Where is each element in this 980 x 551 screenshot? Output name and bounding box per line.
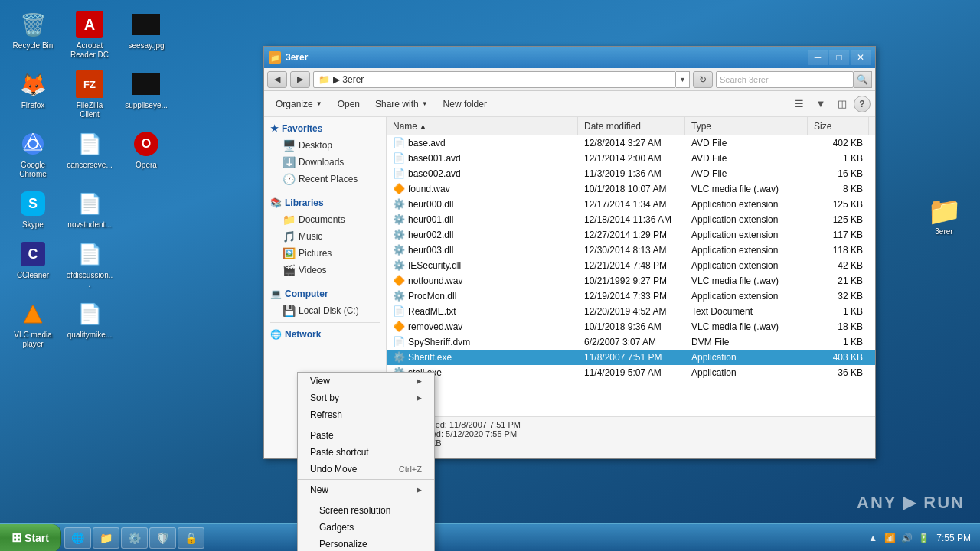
file-name: heur000.dll [408,199,453,210]
desktop-icon-opera[interactable]: O Opera [119,126,173,182]
file-date: 11/3/2019 1:36 AM [578,166,685,181]
context-menu: View▶Sort by▶RefreshPastePaste shortcutU… [297,372,435,551]
table-row[interactable]: 🔶 found.wav 10/1/2018 10:07 AM VLC media… [387,181,875,197]
table-row[interactable]: ⚙️ stall.exe 11/4/2019 5:07 AM Applicati… [387,365,875,380]
context-menu-item[interactable]: Paste shortcut [298,444,434,461]
context-menu-item[interactable]: New▶ [298,481,434,498]
desktop-icon-skype[interactable]: S Skype [6,185,60,233]
close-button[interactable]: ✕ [851,50,871,65]
file-type: AVD File [685,166,808,181]
search-box[interactable]: Search 3erer [716,71,854,88]
context-menu-item[interactable]: Screen resolution [298,502,434,519]
network-header[interactable]: 🌐 Network [264,326,386,343]
preview-pane-button[interactable]: ◫ [832,96,852,112]
table-row[interactable]: 📄 ReadME.txt 12/20/2019 4:52 AM Text Doc… [387,304,875,319]
desktop-icon-chrome[interactable]: Google Chrome [6,126,60,182]
organize-button[interactable]: Organize ▼ [269,94,329,114]
view-dropdown-button[interactable]: ▼ [811,96,831,112]
view-list-button[interactable]: ☰ [789,96,809,112]
nav-item-music[interactable]: 🎵 Music [264,228,386,245]
col-header-type[interactable]: Type [685,117,808,135]
context-menu-item[interactable]: View▶ [298,373,434,390]
context-menu-item[interactable]: Paste [298,427,434,444]
table-row[interactable]: 🔶 notfound.wav 10/21/1992 9:27 PM VLC me… [387,273,875,289]
favorites-header[interactable]: ★ Favorites [264,120,386,137]
computer-header[interactable]: 💻 Computer [264,285,386,302]
desktop-icon-cancerseve[interactable]: 📄 cancerseve... [63,126,116,182]
table-row[interactable]: 📄 base001.avd 12/1/2014 2:00 AM AVD File… [387,151,875,166]
desktop-icon-novstudent[interactable]: 📄 novstudent... [63,185,116,233]
table-row[interactable]: 🔶 removed.wav 10/1/2018 9:36 AM VLC medi… [387,319,875,334]
table-row[interactable]: ⚙️ heur000.dll 12/17/2014 1:34 AM Applic… [387,197,875,212]
desktop-icon-ccleaner[interactable]: C CCleaner [6,236,60,292]
ctx-submenu-arrow: ▶ [416,394,422,402]
nav-item-desktop[interactable]: 🖥️ Desktop [264,137,386,154]
open-button[interactable]: Open [331,94,367,114]
file-size: 8 KB [808,181,869,196]
col-header-size[interactable]: Size [808,117,869,135]
taskbar-btn-ie[interactable]: 🌐 [64,527,91,549]
suppliese-thumb [132,73,160,95]
libraries-header[interactable]: 📚 Libraries [264,194,386,211]
new-folder-button[interactable]: New folder [436,94,494,114]
nav-item-videos[interactable]: 🎬 Videos [264,262,386,279]
desktop-icon-firefox[interactable]: 🦊 Firefox [6,66,60,122]
desktop-icon-qualitymike[interactable]: 📄 qualitymike... [63,295,116,352]
share-with-button[interactable]: Share with ▼ [368,94,435,114]
desktop-icon-seesay[interactable]: seesay.jpg [119,6,173,63]
forward-button[interactable]: ▶ [290,71,310,88]
table-row[interactable]: ⚙️ ProcMon.dll 12/19/2014 7:33 PM Applic… [387,289,875,304]
nav-item-documents[interactable]: 📁 Documents [264,211,386,228]
context-menu-item[interactable]: Refresh [298,406,434,423]
table-row[interactable]: ⚙️ heur003.dll 12/30/2014 8:13 AM Applic… [387,243,875,258]
ctx-item-label: View [310,376,330,386]
refresh-button[interactable]: ↻ [693,71,713,88]
desktop-icon-acrobat[interactable]: A Acrobat Reader DC [63,6,116,63]
desktop-icon-recycle-bin[interactable]: 🗑️ Recycle Bin [6,6,60,63]
taskbar-btn-chrome-tb[interactable]: ⚙️ [121,527,148,549]
file-list-area: Name ▲ Date modified Type Size 📄 base. [387,117,875,458]
desktop-icon-suppliese[interactable]: suppliseye... [119,66,173,122]
table-row[interactable]: ⚙️ IESecurity.dll 12/21/2014 7:48 PM App… [387,258,875,273]
desktop-icon-discussion[interactable]: 📄 ofdiscussion... [63,236,116,292]
col-header-name[interactable]: Name ▲ [387,117,578,135]
context-menu-item[interactable]: Personalize [298,536,434,551]
address-path[interactable]: 📁 ▶ 3erer [313,71,676,88]
table-row[interactable]: ⚙️ heur002.dll 12/27/2014 1:29 PM Applic… [387,227,875,243]
tray-audio-icon[interactable]: 🔊 [900,531,913,545]
taskbar-btn-norton[interactable]: 🛡️ [149,527,176,549]
tray-network-icon[interactable]: 📶 [883,531,897,545]
file-type: VLC media file (.wav) [685,273,808,288]
help-button[interactable]: ? [854,96,871,112]
table-row[interactable]: 📄 base.avd 12/8/2014 3:27 AM AVD File 40… [387,135,875,151]
desktop-icon-3erer[interactable]: 📁 3erer [917,195,971,236]
address-dropdown[interactable]: ▼ [676,71,690,88]
table-row[interactable]: ⚙️ Sheriff.exe 11/8/2007 7:51 PM Applica… [387,350,875,365]
tray-power-icon[interactable]: 🔋 [916,531,930,545]
context-menu-item[interactable]: Gadgets [298,519,434,536]
col-header-date[interactable]: Date modified [578,117,685,135]
context-menu-item[interactable]: Undo MoveCtrl+Z [298,461,434,478]
nav-item-downloads[interactable]: ⬇️ Downloads [264,154,386,171]
restore-button[interactable]: □ [829,50,849,65]
start-button[interactable]: ⊞ Start [0,524,61,552]
tray-expand-icon[interactable]: ▲ [866,531,880,545]
nav-item-pictures[interactable]: 🖼️ Pictures [264,245,386,262]
table-row[interactable]: 📄 SpySheriff.dvm 6/2/2007 3:07 AM DVM Fi… [387,334,875,350]
taskbar-btn-windows-security[interactable]: 🔒 [178,527,204,549]
desktop-icon-vlc[interactable]: VLC media player [6,295,60,352]
context-menu-item[interactable]: Sort by▶ [298,390,434,406]
file-type: Application [685,350,808,364]
file-icon: ⚙️ [393,244,405,256]
nav-item-local-disk[interactable]: 💾 Local Disk (C:) [264,302,386,319]
file-size: 1 KB [808,334,869,349]
back-button[interactable]: ◀ [267,71,287,88]
nav-item-recent[interactable]: 🕐 Recent Places [264,171,386,187]
search-button[interactable]: 🔍 [854,71,872,88]
table-row[interactable]: 📄 base002.avd 11/3/2019 1:36 AM AVD File… [387,166,875,181]
table-row[interactable]: ⚙️ heur001.dll 12/18/2014 11:36 AM Appli… [387,212,875,227]
desktop-icon-filezilla[interactable]: FZ FileZilla Client [63,66,116,122]
taskbar-btn-explorer[interactable]: 📁 [93,527,119,549]
file-date: 12/30/2014 8:13 AM [578,243,685,257]
minimize-button[interactable]: ─ [808,50,828,65]
